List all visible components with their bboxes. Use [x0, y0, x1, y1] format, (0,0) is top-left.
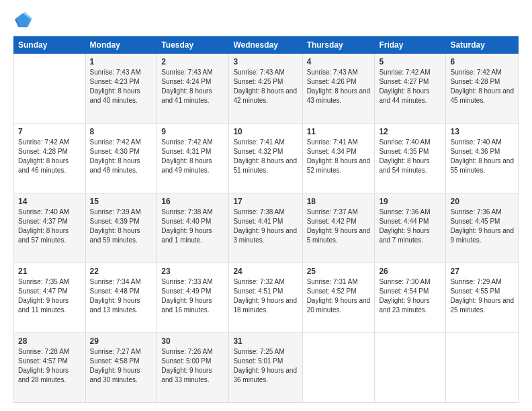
day-cell: 2Sunrise: 7:43 AMSunset: 4:24 PMDaylight…	[157, 54, 229, 124]
page: SundayMondayTuesdayWednesdayThursdayFrid…	[0, 0, 532, 411]
day-info: Sunrise: 7:42 AMSunset: 4:30 PMDaylight:…	[90, 138, 141, 174]
day-info: Sunrise: 7:40 AMSunset: 4:37 PMDaylight:…	[18, 208, 69, 244]
day-cell: 24Sunrise: 7:32 AMSunset: 4:51 PMDayligh…	[229, 263, 302, 333]
day-info: Sunrise: 7:37 AMSunset: 4:42 PMDaylight:…	[307, 208, 371, 244]
day-cell: 3Sunrise: 7:43 AMSunset: 4:25 PMDaylight…	[229, 54, 302, 124]
day-info: Sunrise: 7:41 AMSunset: 4:32 PMDaylight:…	[233, 138, 297, 174]
day-number: 15	[90, 197, 153, 206]
weekday-header-monday: Monday	[85, 37, 157, 54]
week-row-5: 28Sunrise: 7:28 AMSunset: 4:57 PMDayligh…	[14, 333, 519, 403]
day-cell: 23Sunrise: 7:33 AMSunset: 4:49 PMDayligh…	[157, 263, 229, 333]
day-info: Sunrise: 7:43 AMSunset: 4:25 PMDaylight:…	[233, 68, 297, 104]
day-cell	[375, 333, 446, 403]
day-info: Sunrise: 7:36 AMSunset: 4:45 PMDaylight:…	[450, 208, 514, 244]
day-info: Sunrise: 7:39 AMSunset: 4:39 PMDaylight:…	[90, 208, 141, 244]
weekday-header-thursday: Thursday	[302, 37, 375, 54]
day-info: Sunrise: 7:40 AMSunset: 4:35 PMDaylight:…	[379, 138, 430, 174]
day-info: Sunrise: 7:26 AMSunset: 5:00 PMDaylight:…	[161, 348, 212, 383]
day-number: 4	[307, 57, 371, 66]
day-info: Sunrise: 7:38 AMSunset: 4:41 PMDaylight:…	[233, 208, 297, 244]
day-info: Sunrise: 7:38 AMSunset: 4:40 PMDaylight:…	[161, 208, 212, 244]
weekday-header-row: SundayMondayTuesdayWednesdayThursdayFrid…	[14, 37, 519, 54]
header	[13, 11, 519, 30]
day-number: 20	[450, 197, 514, 206]
day-number: 28	[18, 336, 81, 346]
day-number: 29	[90, 336, 153, 346]
day-info: Sunrise: 7:41 AMSunset: 4:34 PMDaylight:…	[307, 138, 371, 174]
day-cell: 10Sunrise: 7:41 AMSunset: 4:32 PMDayligh…	[229, 124, 302, 193]
day-cell: 26Sunrise: 7:30 AMSunset: 4:54 PMDayligh…	[375, 263, 446, 333]
day-cell	[14, 54, 86, 124]
day-info: Sunrise: 7:43 AMSunset: 4:26 PMDaylight:…	[307, 68, 371, 104]
day-cell: 30Sunrise: 7:26 AMSunset: 5:00 PMDayligh…	[157, 333, 229, 403]
day-number: 22	[90, 267, 153, 276]
day-number: 24	[233, 267, 298, 276]
day-cell: 22Sunrise: 7:34 AMSunset: 4:48 PMDayligh…	[85, 263, 157, 333]
day-number: 14	[18, 197, 81, 206]
day-number: 11	[307, 127, 371, 136]
day-number: 19	[379, 197, 441, 206]
day-info: Sunrise: 7:35 AMSunset: 4:47 PMDaylight:…	[18, 278, 69, 314]
day-cell: 9Sunrise: 7:42 AMSunset: 4:31 PMDaylight…	[157, 124, 229, 193]
day-cell: 8Sunrise: 7:42 AMSunset: 4:30 PMDaylight…	[85, 124, 157, 193]
weekday-header-saturday: Saturday	[446, 37, 519, 54]
day-cell: 13Sunrise: 7:40 AMSunset: 4:36 PMDayligh…	[446, 124, 519, 193]
day-cell: 29Sunrise: 7:27 AMSunset: 4:58 PMDayligh…	[85, 333, 157, 403]
day-info: Sunrise: 7:27 AMSunset: 4:58 PMDaylight:…	[90, 348, 141, 383]
weekday-header-wednesday: Wednesday	[229, 37, 302, 54]
week-row-3: 14Sunrise: 7:40 AMSunset: 4:37 PMDayligh…	[14, 193, 519, 263]
day-cell: 4Sunrise: 7:43 AMSunset: 4:26 PMDaylight…	[302, 54, 375, 124]
logo	[13, 11, 35, 30]
day-number: 13	[450, 127, 514, 136]
day-info: Sunrise: 7:30 AMSunset: 4:54 PMDaylight:…	[379, 278, 430, 314]
day-number: 8	[90, 127, 153, 136]
day-number: 9	[161, 127, 224, 136]
day-info: Sunrise: 7:43 AMSunset: 4:24 PMDaylight:…	[161, 68, 212, 104]
day-cell	[446, 333, 519, 403]
calendar-table: SundayMondayTuesdayWednesdayThursdayFrid…	[13, 36, 519, 403]
day-cell: 31Sunrise: 7:25 AMSunset: 5:01 PMDayligh…	[229, 333, 302, 403]
day-cell: 27Sunrise: 7:29 AMSunset: 4:55 PMDayligh…	[446, 263, 519, 333]
day-number: 26	[379, 267, 441, 276]
day-number: 25	[307, 267, 371, 276]
day-cell: 25Sunrise: 7:31 AMSunset: 4:52 PMDayligh…	[302, 263, 375, 333]
day-info: Sunrise: 7:25 AMSunset: 5:01 PMDaylight:…	[233, 348, 297, 383]
day-number: 16	[161, 197, 224, 206]
day-info: Sunrise: 7:42 AMSunset: 4:31 PMDaylight:…	[161, 138, 212, 174]
weekday-header-friday: Friday	[375, 37, 446, 54]
day-info: Sunrise: 7:32 AMSunset: 4:51 PMDaylight:…	[233, 278, 297, 314]
day-number: 30	[161, 336, 224, 346]
day-cell: 28Sunrise: 7:28 AMSunset: 4:57 PMDayligh…	[14, 333, 86, 403]
day-number: 10	[233, 127, 298, 136]
day-info: Sunrise: 7:28 AMSunset: 4:57 PMDaylight:…	[18, 348, 69, 383]
day-info: Sunrise: 7:42 AMSunset: 4:28 PMDaylight:…	[18, 138, 69, 174]
weekday-header-tuesday: Tuesday	[157, 37, 229, 54]
day-cell: 16Sunrise: 7:38 AMSunset: 4:40 PMDayligh…	[157, 193, 229, 263]
day-cell: 7Sunrise: 7:42 AMSunset: 4:28 PMDaylight…	[14, 124, 86, 193]
day-info: Sunrise: 7:42 AMSunset: 4:27 PMDaylight:…	[379, 68, 430, 104]
day-info: Sunrise: 7:33 AMSunset: 4:49 PMDaylight:…	[161, 278, 212, 314]
day-number: 23	[161, 267, 224, 276]
day-cell: 21Sunrise: 7:35 AMSunset: 4:47 PMDayligh…	[14, 263, 86, 333]
day-number: 3	[233, 57, 298, 66]
day-number: 31	[233, 336, 298, 346]
day-info: Sunrise: 7:42 AMSunset: 4:28 PMDaylight:…	[450, 68, 514, 104]
day-number: 1	[90, 57, 153, 66]
day-cell: 14Sunrise: 7:40 AMSunset: 4:37 PMDayligh…	[14, 193, 86, 263]
day-number: 17	[233, 197, 298, 206]
day-info: Sunrise: 7:29 AMSunset: 4:55 PMDaylight:…	[450, 278, 514, 314]
day-cell: 11Sunrise: 7:41 AMSunset: 4:34 PMDayligh…	[302, 124, 375, 193]
day-number: 21	[18, 267, 81, 276]
day-info: Sunrise: 7:34 AMSunset: 4:48 PMDaylight:…	[90, 278, 141, 314]
day-info: Sunrise: 7:36 AMSunset: 4:44 PMDaylight:…	[379, 208, 430, 244]
week-row-4: 21Sunrise: 7:35 AMSunset: 4:47 PMDayligh…	[14, 263, 519, 333]
day-cell: 5Sunrise: 7:42 AMSunset: 4:27 PMDaylight…	[375, 54, 446, 124]
weekday-header-sunday: Sunday	[14, 37, 86, 54]
day-number: 2	[161, 57, 224, 66]
day-cell: 1Sunrise: 7:43 AMSunset: 4:23 PMDaylight…	[85, 54, 157, 124]
logo-icon	[13, 11, 32, 30]
day-number: 12	[379, 127, 441, 136]
day-number: 27	[450, 267, 514, 276]
day-cell: 12Sunrise: 7:40 AMSunset: 4:35 PMDayligh…	[375, 124, 446, 193]
day-cell: 20Sunrise: 7:36 AMSunset: 4:45 PMDayligh…	[446, 193, 519, 263]
